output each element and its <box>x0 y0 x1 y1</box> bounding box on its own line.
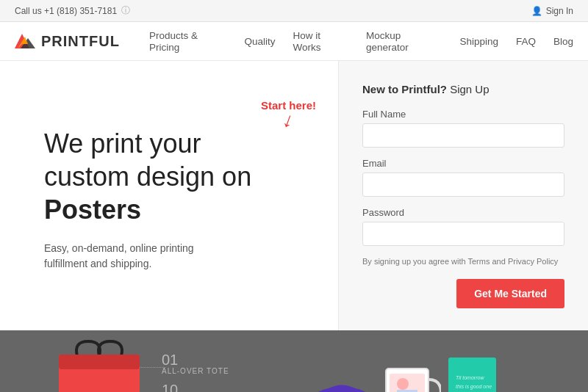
logo-text: PRINTFUL <box>41 33 120 50</box>
nav-link-shipping[interactable]: Shipping <box>459 36 498 47</box>
email-group: Email <box>362 158 564 197</box>
svg-point-9 <box>397 378 409 390</box>
signup-button[interactable]: Get Me Started <box>456 279 564 308</box>
hero-left: We print your custom design on Posters E… <box>0 61 338 330</box>
start-here-label: Start here! ↓ <box>261 99 316 132</box>
hero-heading-bold: Posters <box>44 195 141 225</box>
signup-form-container: New to Printful? Sign Up Full Name Email… <box>338 61 588 330</box>
tote-bag <box>44 334 154 392</box>
password-input[interactable] <box>362 222 564 246</box>
hero-sub-line2: fulfillment and shipping. <box>44 258 151 269</box>
hero-subtext: Easy, on-demand, online printing fulfill… <box>44 241 309 272</box>
nav-item-blog[interactable]: Blog <box>553 35 573 47</box>
signup-title: New to Printful? Sign Up <box>362 83 564 95</box>
fullname-input[interactable] <box>362 123 564 148</box>
nav-item-products[interactable]: Products & Pricing <box>149 29 227 53</box>
fullname-group: Full Name <box>362 109 564 148</box>
svg-text:this is good one: this is good one <box>456 384 492 390</box>
info-icon: ⓘ <box>121 4 130 17</box>
tote-svg <box>44 334 154 392</box>
nav-item-faq[interactable]: FAQ <box>516 35 536 47</box>
product-num-2: 10 <box>162 382 229 392</box>
nav-link-blog[interactable]: Blog <box>553 36 573 47</box>
notebook-svg: Til tomorrow this is good one <box>448 357 496 392</box>
logo[interactable]: PRINTFUL <box>15 31 120 51</box>
hero-heading-line2: custom design on <box>44 161 251 192</box>
mug <box>382 365 441 392</box>
nav-item-mockup[interactable]: Mockup generator <box>366 29 442 53</box>
navbar: PRINTFUL Products & Pricing Quality How … <box>0 22 588 61</box>
product-label-2: 10 EMBROIDERY <box>162 382 229 392</box>
password-label: Password <box>362 207 564 218</box>
nav-link-how[interactable]: How it Works <box>293 30 321 53</box>
notebook: Til tomorrow this is good one <box>448 357 496 392</box>
nav-link-quality[interactable]: Quality <box>245 36 276 47</box>
products-section: 01 ALL-OVER TOTE 10 EMBROIDERY TAPPY <box>0 330 588 392</box>
hero-sub-line1: Easy, on-demand, online printing <box>44 242 194 254</box>
email-input[interactable] <box>362 173 564 197</box>
nav-link-faq[interactable]: FAQ <box>516 36 536 47</box>
fullname-label: Full Name <box>362 109 564 120</box>
svg-text:Til tomorrow: Til tomorrow <box>456 375 484 380</box>
hero-section: We print your custom design on Posters E… <box>0 61 588 330</box>
nav-links: Products & Pricing Quality How it Works … <box>149 29 573 53</box>
email-label: Email <box>362 158 564 169</box>
mug-svg <box>382 365 441 392</box>
nav-item-quality[interactable]: Quality <box>245 35 276 47</box>
nav-item-how[interactable]: How it Works <box>293 29 348 53</box>
top-bar-left: Call us +1 (818) 351-7181 ⓘ <box>15 4 130 17</box>
product-labels: 01 ALL-OVER TOTE 10 EMBROIDERY <box>162 352 229 392</box>
signup-title-prefix: New to Printful? <box>362 83 447 95</box>
signup-title-suffix: Sign Up <box>447 83 490 95</box>
terms-text: By signing up you agree with Terms and P… <box>362 256 564 267</box>
phone-number: Call us +1 (818) 351-7181 <box>15 6 117 16</box>
logo-icon <box>15 31 35 51</box>
user-icon: 👤 <box>531 6 542 16</box>
hero-heading: We print your custom design on Posters <box>44 127 309 226</box>
nav-link-mockup[interactable]: Mockup generator <box>366 30 409 53</box>
nav-item-shipping[interactable]: Shipping <box>459 35 498 47</box>
nav-link-products[interactable]: Products & Pricing <box>149 30 198 53</box>
product-name-1: ALL-OVER TOTE <box>162 367 229 375</box>
svg-rect-4 <box>59 355 140 369</box>
top-bar: Call us +1 (818) 351-7181 ⓘ 👤 Sign In <box>0 0 588 22</box>
product-label-1: 01 ALL-OVER TOTE <box>162 352 229 375</box>
signin-label: Sign In <box>546 6 573 16</box>
hero-heading-line1: We print your <box>44 128 201 159</box>
cap: TAPPY <box>309 365 375 392</box>
password-group: Password <box>362 207 564 246</box>
signin-link[interactable]: 👤 Sign In <box>531 6 573 16</box>
cap-svg: TAPPY <box>309 365 375 392</box>
product-num-1: 01 <box>162 352 229 367</box>
